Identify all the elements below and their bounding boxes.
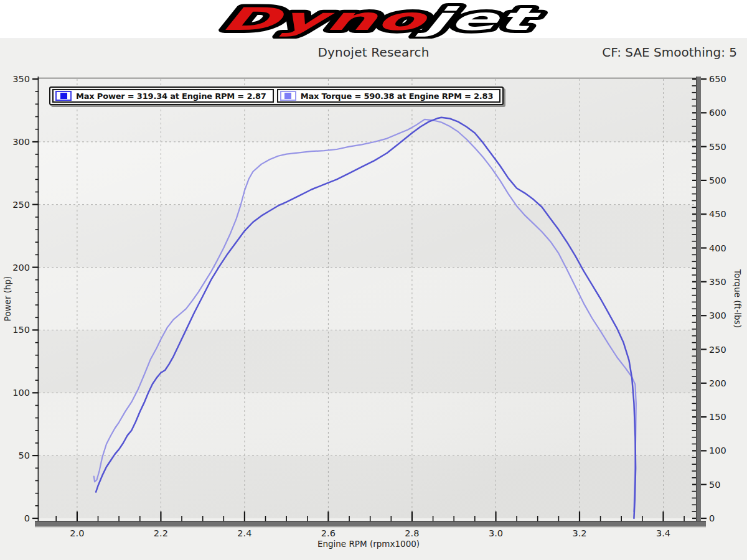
logo-text-jet: jet bbox=[415, 1, 545, 37]
dynojet-logo: Dynojet bbox=[193, 0, 554, 39]
chart-panel bbox=[0, 39, 747, 560]
legend-entry-torque: Max Torque = 590.38 at Engine RPM = 2.83 bbox=[277, 89, 501, 103]
legend-swatch-icon bbox=[280, 91, 296, 101]
logo-bar: Dynojet bbox=[0, 0, 747, 39]
svg-text:Dynojet: Dynojet bbox=[217, 1, 545, 37]
legend-label: Max Torque = 590.38 at Engine RPM = 2.83 bbox=[301, 91, 494, 101]
chart-legend: Max Power = 319.34 at Engine RPM = 2.87M… bbox=[49, 86, 504, 105]
correction-smoothing-label: CF: SAE Smoothing: 5 bbox=[602, 45, 737, 60]
logo-text-dyno: Dyno bbox=[217, 1, 433, 37]
legend-swatch-icon bbox=[55, 91, 72, 101]
legend-entry-power: Max Power = 319.34 at Engine RPM = 2.87 bbox=[52, 89, 274, 103]
legend-label: Max Power = 319.34 at Engine RPM = 2.87 bbox=[76, 91, 266, 101]
